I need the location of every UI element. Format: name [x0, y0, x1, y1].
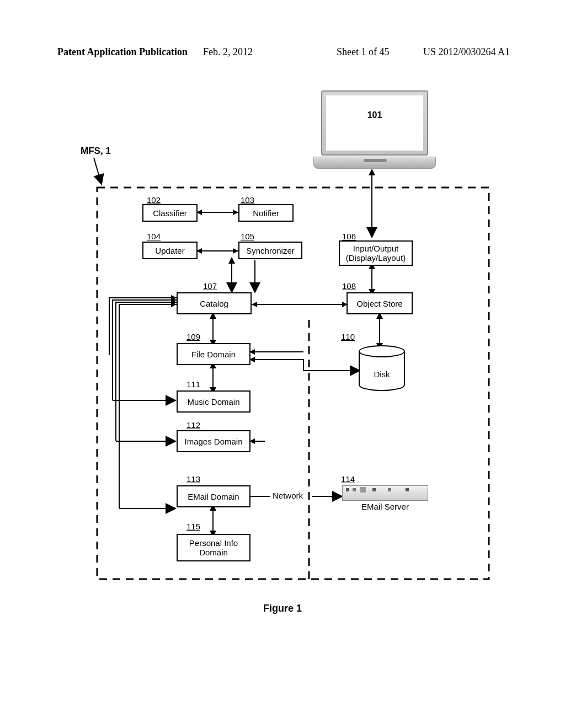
header-publication: Patent Application Publication	[57, 46, 188, 58]
label-104: 104	[147, 232, 161, 241]
box-io: Input/Output (Display/Layout)	[339, 240, 413, 266]
diagram-container: MFS, 1	[66, 88, 497, 590]
box-object-store: Object Store	[347, 292, 413, 314]
label-102: 102	[147, 195, 161, 205]
label-103: 103	[241, 195, 254, 205]
email-server-label: EMail Server	[342, 502, 428, 511]
disk-icon: Disk	[359, 345, 405, 397]
disk-label: Disk	[359, 370, 405, 379]
box-catalog: Catalog	[177, 292, 252, 314]
label-112: 112	[186, 420, 200, 430]
box-updater: Updater	[142, 242, 198, 259]
network-label: Network	[273, 491, 303, 500]
box-notifier: Notifier	[238, 204, 294, 222]
header-date: Feb. 2, 2012	[203, 46, 253, 58]
label-105: 105	[241, 232, 254, 241]
label-109: 109	[186, 332, 200, 341]
svg-marker-10	[233, 248, 238, 254]
box-file-domain: File Domain	[177, 343, 250, 365]
box-email-domain: EMail Domain	[177, 485, 250, 507]
box-classifier: Classifier	[142, 204, 198, 222]
header-sheet: Sheet 1 of 45	[337, 46, 389, 58]
header-pubnum: US 2012/0030264 A1	[423, 46, 510, 58]
box-music-domain: Music Domain	[177, 390, 250, 413]
box-images-domain: Images Domain	[177, 430, 250, 452]
label-108: 108	[342, 281, 356, 291]
svg-line-0	[94, 158, 102, 184]
label-101: 101	[313, 110, 436, 120]
figure-caption: Figure 1	[0, 603, 565, 614]
label-106: 106	[342, 232, 356, 241]
label-115: 115	[186, 522, 200, 531]
svg-marker-13	[228, 257, 235, 264]
label-111: 111	[186, 379, 200, 389]
svg-marker-15	[252, 302, 257, 307]
label-114: 114	[341, 474, 355, 484]
email-server-icon: EMail Server	[342, 485, 428, 507]
label-107: 107	[203, 281, 217, 291]
label-113: 113	[186, 474, 200, 484]
box-synchronizer: Synchronizer	[238, 242, 302, 259]
box-personal-info-domain: Personal Info Domain	[177, 534, 250, 561]
label-110: 110	[341, 332, 355, 341]
svg-marker-7	[233, 210, 238, 215]
laptop-icon: 101	[313, 90, 436, 172]
